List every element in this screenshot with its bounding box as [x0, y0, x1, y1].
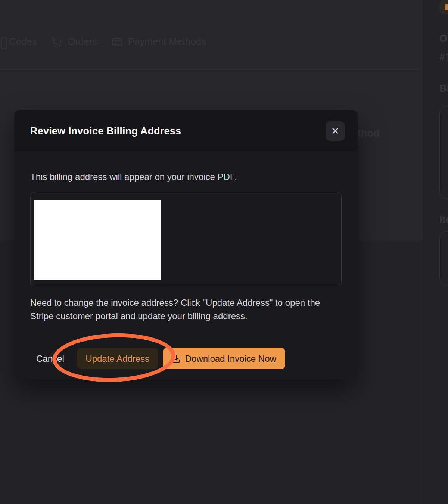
horizontal-divider — [0, 69, 423, 70]
tab-payment-methods-label: Payment Methods — [128, 36, 206, 47]
billing-address-preview-box — [30, 192, 342, 286]
update-address-button[interactable]: Update Address — [77, 348, 158, 369]
clipped-tab-icon — [1, 37, 7, 49]
clipped-orange-icon — [445, 4, 448, 10]
credit-card-icon — [112, 36, 123, 47]
modal-footer: Cancel Update Address Download Invoice N… — [14, 337, 358, 380]
download-invoice-label: Download Invoice Now — [185, 354, 276, 364]
tab-codes-label: Codes — [9, 36, 37, 47]
redacted-billing-address — [34, 200, 161, 280]
sidebar-order-heading: Or — [439, 33, 448, 44]
screen: Codes Orders Payment Methods thod — [0, 0, 448, 504]
sidebar-billing-card — [439, 106, 448, 199]
modal-title: Review Invoice Billing Address — [30, 125, 326, 137]
tab-orders-label: Orders — [68, 36, 97, 47]
order-summary-sidebar: Or #1 Bil Ite — [423, 0, 448, 504]
help-text: Need to change the invoice address? Clic… — [30, 296, 342, 323]
sidebar-billing-heading: Bil — [439, 83, 448, 94]
modal-header: Review Invoice Billing Address ✕ — [14, 110, 358, 152]
close-button[interactable]: ✕ — [326, 121, 345, 141]
background-tabs: Codes Orders Payment Methods — [4, 36, 206, 47]
download-invoice-button[interactable]: Download Invoice Now — [163, 348, 285, 369]
clipped-payment-method-heading: thod — [358, 128, 379, 139]
cancel-button[interactable]: Cancel — [30, 350, 70, 368]
intro-text: This billing address will appear on your… — [30, 172, 342, 182]
tab-codes[interactable]: Codes — [4, 36, 37, 47]
download-icon — [172, 354, 181, 363]
tab-payment-methods[interactable]: Payment Methods — [112, 36, 206, 47]
review-invoice-billing-address-modal: Review Invoice Billing Address ✕ This bi… — [14, 110, 358, 380]
close-icon: ✕ — [331, 126, 339, 136]
sidebar-items-heading: Ite — [439, 214, 448, 225]
tab-orders[interactable]: Orders — [51, 36, 97, 47]
modal-body: This billing address will appear on your… — [14, 152, 358, 337]
sidebar-items-card — [439, 231, 448, 285]
cart-icon — [51, 36, 62, 47]
clipped-sidebar-button[interactable] — [439, 0, 448, 14]
sidebar-order-number: #1 — [439, 52, 448, 63]
